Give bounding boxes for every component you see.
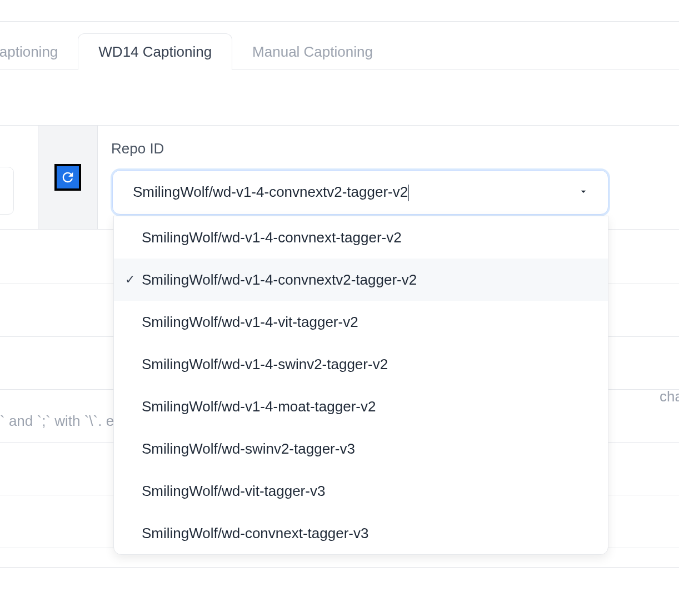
top-divider <box>0 21 679 22</box>
tab-wd14-captioning[interactable]: WD14 Captioning <box>78 33 232 70</box>
chevron-down-icon <box>578 184 589 201</box>
repo-option[interactable]: SmilingWolf/wd-swinv2-tagger-v3 <box>114 428 608 470</box>
repo-option[interactable]: SmilingWolf/wd-v1-4-convnext-tagger-v2 <box>114 216 608 259</box>
background-hint-left: ` and `;` with `\`. e <box>0 413 114 430</box>
tab-label: WD14 Captioning <box>98 43 212 61</box>
repo-id-dropdown: SmilingWolf/wd-v1-4-convnext-tagger-v2 ✓… <box>113 216 608 555</box>
repo-option-label: SmilingWolf/wd-convnext-tagger-v3 <box>142 525 368 542</box>
divider <box>0 125 679 126</box>
repo-option-label: SmilingWolf/wd-v1-4-vit-tagger-v2 <box>142 314 358 331</box>
repo-option-label: SmilingWolf/wd-vit-tagger-v3 <box>142 483 325 500</box>
divider <box>0 567 679 568</box>
repo-id-label: Repo ID <box>111 140 164 157</box>
tab-manual-captioning[interactable]: Manual Captioning <box>232 33 393 70</box>
repo-option-label: SmilingWolf/wd-swinv2-tagger-v3 <box>142 440 355 458</box>
repo-id-selected-value: SmilingWolf/wd-v1-4-convnextv2-tagger-v2 <box>133 183 409 201</box>
check-icon: ✓ <box>125 272 135 287</box>
refresh-button[interactable] <box>54 164 81 191</box>
repo-option[interactable]: SmilingWolf/wd-v1-4-swinv2-tagger-v2 <box>114 343 608 385</box>
repo-option[interactable]: ✓ SmilingWolf/wd-v1-4-convnextv2-tagger-… <box>114 259 608 301</box>
background-hint-right: chara <box>660 388 679 405</box>
repo-option-label: SmilingWolf/wd-v1-4-convnext-tagger-v2 <box>142 229 402 246</box>
tab-label: Captioning <box>0 43 58 61</box>
repo-option[interactable]: SmilingWolf/wd-v1-4-moat-tagger-v2 <box>114 385 608 428</box>
repo-option[interactable]: SmilingWolf/wd-v1-4-vit-tagger-v2 <box>114 301 608 343</box>
tab-bar: Captioning WD14 Captioning Manual Captio… <box>0 31 679 70</box>
repo-option[interactable]: SmilingWolf/wd-vit-tagger-v3 <box>114 470 608 512</box>
repo-option-label: SmilingWolf/wd-v1-4-moat-tagger-v2 <box>142 398 376 415</box>
refresh-icon <box>57 166 79 188</box>
repo-option-label: SmilingWolf/wd-v1-4-swinv2-tagger-v2 <box>142 356 388 373</box>
refresh-column <box>38 126 98 229</box>
tab-label: Manual Captioning <box>252 43 373 61</box>
repo-id-select[interactable]: SmilingWolf/wd-v1-4-convnextv2-tagger-v2 <box>112 170 608 215</box>
repo-option-label: SmilingWolf/wd-v1-4-convnextv2-tagger-v2 <box>142 271 417 289</box>
partial-left-panel <box>0 167 14 215</box>
tab-captioning[interactable]: Captioning <box>0 33 78 70</box>
repo-option[interactable]: SmilingWolf/wd-convnext-tagger-v3 <box>114 512 608 554</box>
